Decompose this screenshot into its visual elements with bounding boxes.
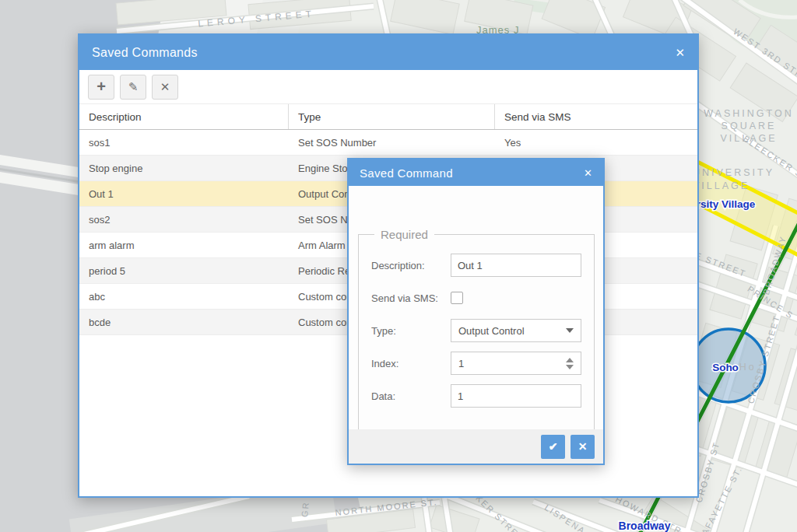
column-header-sms[interactable]: Send via SMS [495, 104, 697, 129]
data-row: Data: [371, 384, 581, 408]
cell-description: sos1 [79, 137, 289, 149]
type-select-value: Output Control [458, 325, 525, 337]
map-label-univ-area-2: VILLAGE [693, 180, 750, 191]
description-input[interactable] [451, 254, 581, 277]
stepper-arrows[interactable] [566, 358, 574, 369]
cell-sms: Yes [495, 137, 697, 149]
add-command-button[interactable]: + [88, 75, 114, 100]
saved-command-title: Saved Command [360, 166, 453, 180]
required-fieldset: Required Description: Send via SMS: Type… [358, 228, 595, 436]
index-label: Index: [371, 358, 451, 369]
data-label: Data: [371, 390, 451, 402]
commands-table-header: Description Type Send via SMS [79, 104, 697, 130]
cell-description: Out 1 [79, 188, 289, 200]
saved-command-footer: ✔ ✕ [349, 429, 603, 464]
saved-command-body: Required Description: Send via SMS: Type… [349, 186, 603, 464]
saved-command-dialog: Saved Command ✕ Required Description: Se… [347, 158, 605, 465]
edit-command-button[interactable]: ✎ [120, 75, 146, 100]
description-row: Description: [371, 254, 581, 277]
index-stepper[interactable]: 1 [451, 352, 581, 375]
saved-command-titlebar: Saved Command ✕ [349, 159, 603, 186]
chevron-down-icon [566, 328, 574, 333]
x-icon: ✕ [578, 440, 588, 453]
map-label-wsv-2: SQUARE [722, 121, 777, 131]
index-row: Index: 1 [371, 352, 581, 375]
commands-toolbar: + ✎ ✕ [79, 70, 697, 104]
cell-description: sos2 [79, 214, 289, 226]
cell-description: bcde [79, 317, 289, 328]
type-label: Type: [371, 325, 451, 337]
pencil-icon: ✎ [128, 80, 139, 94]
overlay-label-soho: Soho [712, 362, 739, 373]
x-icon: ✕ [160, 80, 170, 94]
app-stage: LEROY STREET James J WEST 3RD STR WASHIN… [0, 0, 797, 532]
cell-description: Stop engine [79, 163, 289, 174]
close-icon[interactable]: ✕ [675, 47, 685, 58]
cell-description: period 5 [79, 265, 289, 277]
confirm-button[interactable]: ✔ [541, 435, 565, 459]
description-label: Description: [371, 260, 451, 271]
sms-checkbox[interactable] [451, 292, 463, 304]
cancel-button[interactable]: ✕ [571, 435, 595, 459]
checkmark-icon: ✔ [549, 440, 558, 453]
cell-description: arm alarm [79, 240, 289, 251]
map-label-grand: GR [300, 501, 311, 517]
data-input[interactable] [451, 384, 581, 408]
plus-icon: + [97, 78, 106, 96]
overlay-label-broadway: Broadway [619, 520, 671, 532]
saved-commands-titlebar: Saved Commands ✕ [79, 35, 697, 70]
close-icon[interactable]: ✕ [584, 168, 592, 178]
type-row: Type: Output Control [371, 319, 581, 342]
sms-row: Send via SMS: [371, 286, 581, 310]
saved-commands-title: Saved Commands [92, 46, 198, 60]
cell-description: abc [79, 291, 289, 303]
spin-up-icon[interactable] [566, 358, 574, 362]
index-value: 1 [458, 358, 464, 369]
spin-down-icon[interactable] [566, 365, 574, 369]
cell-type: Set SOS Number [289, 137, 495, 149]
column-header-description[interactable]: Description [79, 104, 289, 129]
map-label-univ-area-1: UNIVERSITY [693, 167, 774, 178]
column-header-type[interactable]: Type [289, 104, 495, 129]
type-select[interactable]: Output Control [451, 319, 581, 342]
sms-label: Send via SMS: [371, 292, 451, 304]
map-label-wsv-1: WASHINGTON [704, 108, 793, 119]
required-legend: Required [374, 228, 434, 241]
table-row[interactable]: sos1 Set SOS Number Yes [79, 130, 697, 156]
delete-command-button[interactable]: ✕ [152, 75, 178, 100]
